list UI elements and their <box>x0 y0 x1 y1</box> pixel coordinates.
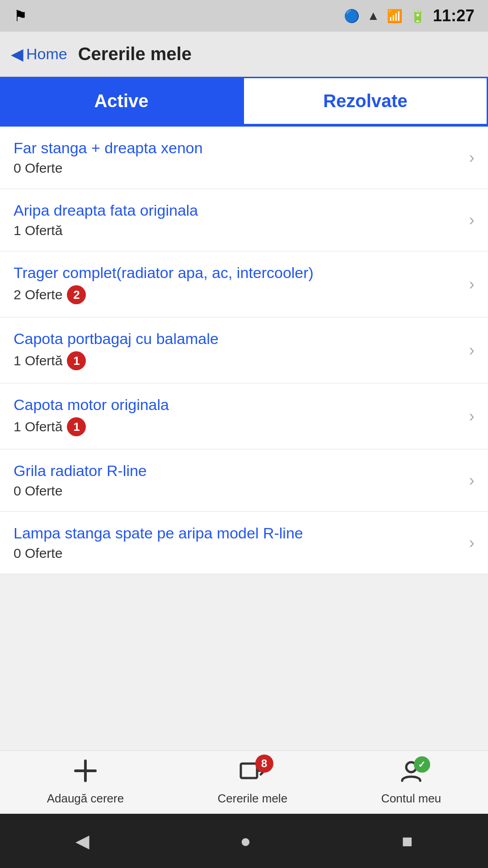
item-sub: 0 Oferte <box>14 160 474 176</box>
list-item[interactable]: Grila radiator R-line 0 Oferte › <box>0 449 488 512</box>
nav-contul-meu[interactable]: ✓ Contul meu <box>381 759 441 806</box>
status-bar-right: 🔵 ▲ 📶 🔋 11:27 <box>344 6 474 25</box>
notification-badge: 2 <box>67 285 86 304</box>
back-arrow-icon: ◀ <box>11 45 23 64</box>
item-title: Lampa stanga spate pe aripa model R-line <box>14 524 474 542</box>
android-back-button[interactable]: ◀ <box>75 830 89 851</box>
tab-rezolvate[interactable]: Rezolvate <box>243 77 488 125</box>
chevron-right-icon: › <box>469 211 474 230</box>
notification-badge: 1 <box>67 351 86 370</box>
list-item[interactable]: Far stanga + dreapta xenon 0 Oferte › <box>0 127 488 189</box>
item-title: Grila radiator R-line <box>14 462 474 480</box>
nav-cererile-label: Cererile mele <box>217 792 287 806</box>
nav-cererile-mele[interactable]: 8 Cererile mele <box>217 759 287 806</box>
nav-contul-label: Contul meu <box>381 792 441 806</box>
tabs-container: Active Rezolvate <box>0 77 488 127</box>
status-bar: ⚑ 🔵 ▲ 📶 🔋 11:27 <box>0 0 488 32</box>
list-item[interactable]: Lampa stanga spate pe aripa model R-line… <box>0 512 488 574</box>
item-sub: 0 Oferte <box>14 483 474 499</box>
tab-active[interactable]: Active <box>0 77 243 125</box>
item-title: Aripa dreapta fata originala <box>14 202 474 219</box>
chevron-right-icon: › <box>469 341 474 360</box>
list-item[interactable]: Capota portbagaj cu balamale 1 Ofertă 1 … <box>0 317 488 383</box>
list-item[interactable]: Capota motor originala 1 Ofertă 1 › <box>0 383 488 449</box>
android-recent-button[interactable]: ■ <box>402 831 413 851</box>
list-area: Far stanga + dreapta xenon 0 Oferte › Ar… <box>0 127 488 574</box>
item-sub: 1 Ofertă <box>14 223 474 238</box>
chevron-right-icon: › <box>469 275 474 294</box>
bottom-nav: Adaugă cerere 8 Cererile mele ✓ Contul m… <box>0 750 488 814</box>
notification-flag-icon: ⚑ <box>14 7 27 25</box>
item-title: Capota portbagaj cu balamale <box>14 330 474 348</box>
android-home-button[interactable]: ● <box>240 831 251 851</box>
status-time: 11:27 <box>433 6 474 25</box>
status-bar-left: ⚑ <box>14 7 27 25</box>
back-button[interactable]: ◀ Home <box>11 45 67 64</box>
svg-rect-2 <box>241 764 257 778</box>
item-sub: 0 Oferte <box>14 546 474 561</box>
item-sub: 1 Ofertă 1 <box>14 351 474 370</box>
battery-icon: 🔋 <box>410 9 426 24</box>
nav-badge: 8 <box>255 755 273 773</box>
nav-add-label: Adaugă cerere <box>47 792 124 806</box>
item-sub: 2 Oferte 2 <box>14 285 474 304</box>
signal-icon: 📶 <box>387 9 403 24</box>
chevron-right-icon: › <box>469 471 474 490</box>
item-title: Trager complet(radiator apa, ac, interco… <box>14 264 474 282</box>
nav-check-badge: ✓ <box>414 756 430 773</box>
wifi-icon: ▲ <box>367 9 380 23</box>
add-icon <box>74 759 97 788</box>
list-item[interactable]: Aripa dreapta fata originala 1 Ofertă › <box>0 189 488 251</box>
item-sub: 1 Ofertă 1 <box>14 417 474 436</box>
chevron-right-icon: › <box>469 148 474 167</box>
list-item[interactable]: Trager complet(radiator apa, ac, interco… <box>0 251 488 317</box>
page-title: Cererile mele <box>78 44 192 64</box>
item-title: Far stanga + dreapta xenon <box>14 139 474 157</box>
bluetooth-icon: 🔵 <box>344 9 360 24</box>
item-title: Capota motor originala <box>14 396 474 414</box>
profile-icon: ✓ <box>399 759 423 788</box>
nav-add-cerere[interactable]: Adaugă cerere <box>47 759 124 806</box>
notification-badge: 1 <box>67 417 86 436</box>
android-nav: ◀ ● ■ <box>0 814 488 868</box>
chevron-right-icon: › <box>469 533 474 552</box>
header: ◀ Home Cererile mele <box>0 32 488 77</box>
back-label: Home <box>26 45 67 63</box>
cererile-mele-icon: 8 <box>239 759 266 788</box>
chevron-right-icon: › <box>469 407 474 426</box>
